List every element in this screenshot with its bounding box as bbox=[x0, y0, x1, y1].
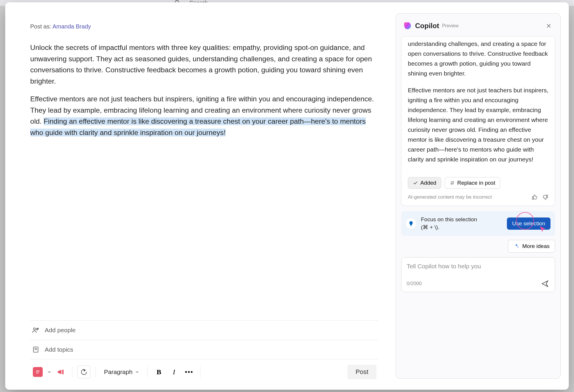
cursor-indicator-icon bbox=[539, 226, 546, 233]
prompt-placeholder: Tell Copilot how to help you bbox=[407, 263, 550, 270]
thumbs-up-button[interactable] bbox=[532, 194, 538, 200]
add-people-label: Add people bbox=[45, 327, 76, 334]
editor-pane: Post as: Amanda Brady Unlock the secrets… bbox=[5, 2, 396, 390]
copilot-header: Copilot Preview bbox=[401, 19, 555, 36]
post-as-label: Post as: bbox=[30, 23, 51, 30]
check-icon bbox=[413, 180, 418, 186]
add-topics-row[interactable]: Add topics bbox=[30, 340, 378, 359]
separator bbox=[200, 367, 200, 377]
chevron-down-icon bbox=[135, 370, 139, 374]
paragraph-style-select[interactable]: Paragraph bbox=[101, 368, 142, 375]
copilot-response-text: unwavering support. They act as seasoned… bbox=[408, 38, 548, 171]
more-formatting-button[interactable]: ••• bbox=[183, 366, 195, 378]
send-icon bbox=[541, 280, 549, 287]
post-button[interactable]: Post bbox=[347, 365, 376, 379]
add-topics-label: Add topics bbox=[45, 346, 73, 353]
separator bbox=[96, 367, 96, 377]
use-selection-button[interactable]: Use selection bbox=[507, 217, 550, 230]
loop-button[interactable] bbox=[78, 366, 90, 378]
focus-selection-card: Focus on this selection (⌘ + \). Use sel… bbox=[401, 211, 555, 236]
separator bbox=[148, 367, 148, 377]
close-button[interactable] bbox=[544, 21, 553, 30]
bold-button[interactable]: B bbox=[153, 366, 165, 378]
swap-icon bbox=[450, 180, 455, 186]
replace-button[interactable]: Replace in post bbox=[445, 177, 500, 189]
copilot-actions: Added Replace in post bbox=[408, 177, 548, 189]
sparkle-icon bbox=[514, 243, 519, 249]
thumbs-down-button[interactable] bbox=[542, 194, 548, 200]
copilot-title: Copilot bbox=[415, 22, 439, 30]
post-as-row: Post as: Amanda Brady bbox=[30, 23, 378, 30]
add-people-row[interactable]: Add people bbox=[30, 320, 378, 340]
copilot-pane: Copilot Preview unwavering support. They… bbox=[396, 13, 561, 379]
selection-highlight: Finding an effective mentor is like disc… bbox=[30, 117, 366, 136]
loop-icon bbox=[80, 368, 87, 375]
editor-toolbar: Paragraph B I ••• Post bbox=[30, 359, 378, 381]
disclaimer-text: AI-generated content may be incorrect bbox=[408, 194, 492, 200]
focus-text: Focus on this selection (⌘ + \). bbox=[421, 216, 502, 231]
chevron-down-icon[interactable] bbox=[47, 370, 52, 374]
people-icon bbox=[32, 326, 40, 334]
compose-modal: Post as: Amanda Brady Unlock the secrets… bbox=[5, 2, 569, 390]
megaphone-icon bbox=[56, 367, 66, 377]
topics-icon bbox=[32, 346, 40, 353]
svg-point-2 bbox=[33, 328, 35, 330]
separator bbox=[72, 367, 72, 377]
notes-icon bbox=[33, 367, 43, 377]
added-button[interactable]: Added bbox=[408, 177, 441, 189]
post-as-name[interactable]: Amanda Brady bbox=[53, 23, 91, 30]
more-ideas-button[interactable]: More ideas bbox=[508, 240, 555, 253]
char-count: 0/2000 bbox=[407, 281, 422, 287]
close-icon bbox=[546, 23, 552, 29]
send-button[interactable] bbox=[540, 279, 550, 288]
content-p1: Unlock the secrets of impactful mentors … bbox=[30, 42, 378, 87]
copilot-logo-icon bbox=[403, 21, 412, 30]
disclaimer-row: AI-generated content may be incorrect bbox=[408, 194, 548, 200]
copilot-preview-badge: Preview bbox=[442, 23, 459, 28]
announcement-button[interactable] bbox=[55, 366, 67, 378]
compose-body[interactable]: Unlock the secrets of impactful mentors … bbox=[30, 42, 378, 320]
copilot-response-card: unwavering support. They act as seasoned… bbox=[401, 36, 555, 206]
copilot-prompt-input[interactable]: Tell Copilot how to help you 0/2000 bbox=[401, 257, 555, 292]
lightbulb-icon bbox=[406, 218, 416, 229]
notes-button[interactable] bbox=[32, 366, 44, 378]
content-p2: Effective mentors are not just teachers … bbox=[30, 93, 378, 139]
italic-button[interactable]: I bbox=[168, 366, 180, 378]
